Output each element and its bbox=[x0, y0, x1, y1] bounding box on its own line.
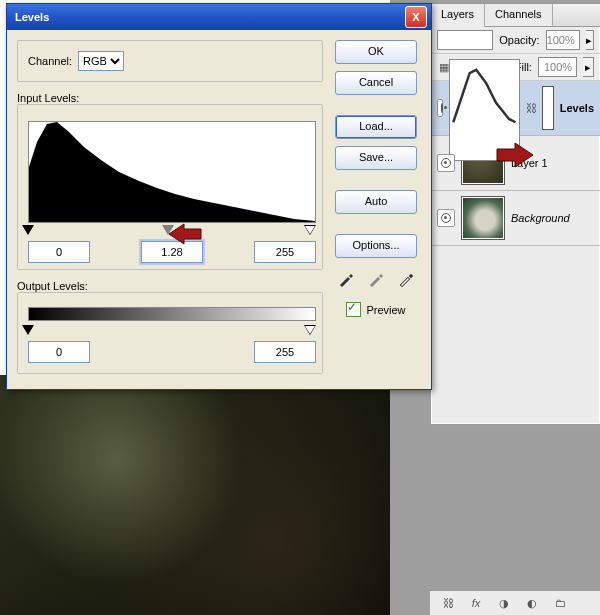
visibility-toggle[interactable] bbox=[437, 154, 455, 172]
ok-button[interactable]: OK bbox=[335, 40, 417, 64]
output-white-handle[interactable] bbox=[304, 325, 316, 335]
output-black-handle[interactable] bbox=[22, 325, 34, 335]
output-slider[interactable] bbox=[28, 325, 316, 337]
tab-channels[interactable]: Channels bbox=[485, 4, 552, 26]
document-canvas[interactable] bbox=[0, 375, 390, 615]
dialog-title: Levels bbox=[15, 11, 405, 23]
input-slider[interactable] bbox=[28, 225, 316, 237]
mask-icon[interactable]: ◑ bbox=[496, 595, 512, 611]
preview-checkbox[interactable] bbox=[346, 302, 361, 317]
channel-group: Channel: RGB bbox=[17, 40, 323, 82]
svg-marker-1 bbox=[29, 122, 315, 222]
group-icon[interactable]: 🗀 bbox=[552, 595, 568, 611]
cancel-button[interactable]: Cancel bbox=[335, 71, 417, 95]
black-point-handle[interactable] bbox=[22, 225, 34, 235]
output-gradient[interactable] bbox=[28, 307, 316, 321]
opacity-label: Opacity: bbox=[499, 34, 539, 46]
adjustment-icon[interactable]: ◐ bbox=[524, 595, 540, 611]
dialog-button-column: OK Cancel Load... Save... Auto Options..… bbox=[331, 40, 421, 317]
histogram[interactable] bbox=[28, 121, 316, 223]
input-gamma-field[interactable] bbox=[141, 241, 203, 263]
output-black-field[interactable] bbox=[28, 341, 90, 363]
layer-mask-thumb[interactable] bbox=[542, 86, 554, 130]
layer-row-levels[interactable]: ⛓ Levels bbox=[431, 81, 600, 136]
fx-icon[interactable]: fx bbox=[468, 595, 484, 611]
opacity-value[interactable]: 100% bbox=[546, 30, 580, 50]
input-levels-label: Input Levels: bbox=[17, 92, 323, 104]
adjustment-thumb[interactable] bbox=[449, 59, 520, 161]
output-levels-label: Output Levels: bbox=[17, 280, 323, 292]
gamma-handle[interactable] bbox=[162, 225, 174, 235]
options-button[interactable]: Options... bbox=[335, 234, 417, 258]
link-layers-icon[interactable]: ⛓ bbox=[440, 595, 456, 611]
white-point-handle[interactable] bbox=[304, 225, 316, 235]
visibility-toggle[interactable] bbox=[437, 209, 455, 227]
layers-footer: ⛓ fx ◑ ◐ 🗀 bbox=[430, 590, 600, 615]
load-button[interactable]: Load... bbox=[335, 115, 417, 139]
input-levels-group bbox=[17, 104, 323, 270]
output-white-field[interactable] bbox=[254, 341, 316, 363]
opacity-flyout[interactable]: ▸ bbox=[586, 30, 594, 50]
layer-name[interactable]: Background bbox=[511, 212, 570, 224]
blend-mode-select[interactable] bbox=[437, 30, 493, 50]
channel-select[interactable]: RGB bbox=[78, 51, 124, 71]
titlebar[interactable]: Levels X bbox=[7, 4, 431, 30]
fill-flyout[interactable]: ▸ bbox=[583, 57, 594, 77]
levels-dialog: Levels X Channel: RGB Input Levels: bbox=[6, 3, 432, 390]
link-icon: ⛓ bbox=[526, 102, 536, 114]
visibility-toggle[interactable] bbox=[437, 99, 443, 117]
preview-label: Preview bbox=[366, 304, 405, 316]
white-eyedropper-icon[interactable] bbox=[396, 269, 416, 289]
layer-thumb[interactable] bbox=[461, 196, 505, 240]
gray-eyedropper-icon[interactable] bbox=[366, 269, 386, 289]
save-button[interactable]: Save... bbox=[335, 146, 417, 170]
layers-panel: Layers Channels Opacity: 100% ▸ ▦ ✎ ✥ 🔒 … bbox=[430, 3, 600, 425]
panel-tabs: Layers Channels bbox=[431, 4, 600, 27]
close-button[interactable]: X bbox=[405, 6, 427, 28]
fill-value[interactable]: 100% bbox=[538, 57, 577, 77]
input-white-field[interactable] bbox=[254, 241, 316, 263]
black-eyedropper-icon[interactable] bbox=[336, 269, 356, 289]
tab-layers[interactable]: Layers bbox=[431, 4, 485, 27]
channel-label: Channel: bbox=[28, 55, 72, 67]
layer-row-background[interactable]: Background bbox=[431, 191, 600, 246]
blend-row: Opacity: 100% ▸ bbox=[431, 27, 600, 54]
output-levels-group bbox=[17, 292, 323, 374]
layer-name[interactable]: Levels bbox=[560, 102, 594, 114]
input-black-field[interactable] bbox=[28, 241, 90, 263]
auto-button[interactable]: Auto bbox=[335, 190, 417, 214]
eyedropper-row bbox=[336, 269, 416, 289]
preview-row: Preview bbox=[346, 302, 405, 317]
